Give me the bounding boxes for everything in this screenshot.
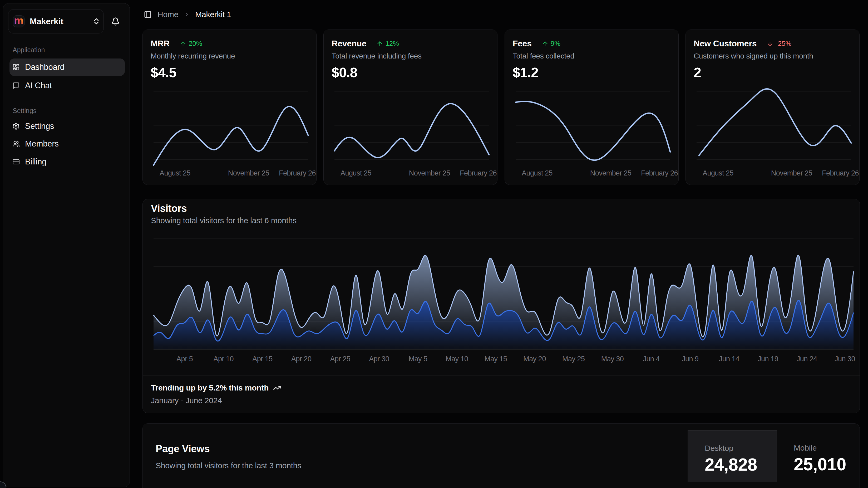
svg-text:August 25: August 25 [522, 169, 553, 177]
stat-card-mrr: MRR20%Monthly recurring revenue$4.5Augus… [143, 30, 316, 185]
svg-text:Jun 19: Jun 19 [758, 355, 778, 363]
stat-subtitle: Total revenue including fees [332, 52, 422, 60]
svg-text:Apr 10: Apr 10 [214, 355, 234, 363]
team-name: Makerkit [30, 17, 93, 26]
sidebar-item-billing[interactable]: Billing [9, 153, 125, 171]
svg-text:May 15: May 15 [485, 355, 507, 363]
sidebar-item-dashboard[interactable]: Dashboard [9, 58, 125, 76]
nav-section-label: Application [9, 46, 45, 54]
team-selector[interactable]: m Makerkit [8, 9, 104, 33]
credit-card-icon [12, 158, 20, 166]
svg-text:November 25: November 25 [409, 169, 450, 177]
page-views-stat-value: 24,828 [705, 455, 777, 475]
stat-trend-badge: -25% [767, 39, 792, 48]
svg-text:February 26: February 26 [641, 169, 678, 177]
stat-title: Fees [513, 39, 532, 49]
page-views-subtitle: Showing total visitors for the last 3 mo… [156, 461, 301, 470]
message-square-icon [12, 82, 20, 89]
svg-text:Jun 9: Jun 9 [682, 355, 699, 363]
stat-sparkline-chart: August 25November 25February 26 [330, 90, 491, 182]
page-views-stat-value: 25,010 [794, 454, 860, 474]
stat-trend-value: 9% [551, 39, 560, 48]
svg-text:Apr 25: Apr 25 [330, 355, 350, 363]
arrow-up-icon [180, 40, 186, 47]
nav-section-label: Settings [9, 107, 36, 115]
chevron-right-icon [184, 11, 190, 18]
trending-up-icon [273, 384, 281, 392]
breadcrumb-current: Makerkit 1 [195, 10, 231, 19]
svg-text:November 25: November 25 [590, 169, 631, 177]
stat-trend-value: 20% [189, 39, 202, 48]
stat-title: New Customers [694, 39, 756, 49]
stat-trend-value: -25% [776, 39, 792, 48]
stat-value: $1.2 [513, 64, 538, 80]
breadcrumb-home[interactable]: Home [157, 10, 178, 19]
chevrons-up-down-icon [93, 18, 100, 25]
stat-value: 2 [694, 64, 701, 80]
stat-trend-badge: 9% [542, 39, 560, 48]
stat-trend-value: 12% [385, 39, 399, 48]
page-views-stat-mobile[interactable]: Mobile25,010 [777, 430, 860, 482]
svg-text:Apr 15: Apr 15 [252, 355, 273, 363]
stat-card-fees: Fees9%Total fees collected$1.2August 25N… [504, 30, 679, 185]
svg-text:February 26: February 26 [279, 169, 316, 177]
stat-subtitle: Monthly recurring revenue [151, 52, 235, 60]
visitors-footer: Trending up by 5.2% this month January -… [143, 375, 860, 413]
breadcrumb: Home Makerkit 1 [143, 8, 231, 21]
sidebar: m Makerkit ApplicationDashboardAI ChatSe… [3, 3, 130, 487]
sidebar-item-ai-chat[interactable]: AI Chat [9, 77, 125, 94]
stat-trend-badge: 20% [180, 39, 202, 48]
visitors-subtitle: Showing total visitors for the last 6 mo… [151, 216, 297, 225]
sidebar-item-label: AI Chat [25, 81, 52, 90]
arrow-up-icon [376, 40, 383, 47]
layout-dashboard-icon [12, 63, 20, 71]
arrow-up-icon [542, 40, 549, 47]
svg-text:Apr 30: Apr 30 [369, 355, 389, 363]
page-views-title: Page Views [156, 443, 210, 455]
svg-text:Apr 20: Apr 20 [291, 355, 312, 363]
sidebar-item-members[interactable]: Members [9, 135, 125, 152]
svg-text:August 25: August 25 [703, 169, 734, 177]
sidebar-item-settings[interactable]: Settings [9, 117, 125, 135]
settings-icon [12, 122, 20, 130]
svg-text:Jun 14: Jun 14 [719, 355, 740, 363]
sidebar-item-label: Settings [25, 121, 54, 131]
stat-subtitle: Total fees collected [513, 52, 575, 60]
svg-text:May 30: May 30 [601, 355, 624, 363]
svg-text:Jun 30: Jun 30 [835, 355, 855, 363]
svg-text:February 26: February 26 [460, 169, 497, 177]
svg-text:Apr 5: Apr 5 [177, 355, 193, 363]
stat-trend-badge: 12% [376, 39, 399, 48]
arrow-down-icon [767, 40, 773, 47]
sidebar-item-label: Billing [25, 157, 46, 167]
visitors-footer-title: Trending up by 5.2% this month [151, 383, 269, 392]
stat-subtitle: Customers who signed up this month [694, 52, 813, 60]
page-views-card: Page Views Showing total visitors for th… [143, 424, 860, 488]
visitors-title: Visitors [151, 203, 187, 214]
stat-sparkline-chart: August 25November 25February 26 [149, 90, 310, 182]
visitors-footer-subtitle: January - June 2024 [151, 396, 222, 405]
page-views-stat-label: Mobile [794, 443, 860, 453]
users-icon [12, 140, 20, 148]
svg-text:August 25: August 25 [160, 169, 190, 177]
stat-sparkline-chart: August 25November 25February 26 [511, 90, 673, 182]
sidebar-item-label: Members [25, 139, 59, 149]
svg-text:m: m [14, 15, 24, 27]
visitors-area-chart[interactable]: Apr 5Apr 10Apr 15Apr 20Apr 25Apr 30May 5… [149, 232, 854, 369]
svg-text:May 5: May 5 [409, 355, 427, 363]
svg-text:November 25: November 25 [228, 169, 270, 177]
svg-text:May 20: May 20 [523, 355, 546, 363]
stat-title: Revenue [332, 39, 366, 49]
svg-text:February 26: February 26 [822, 169, 859, 177]
stat-card-new-customers: New Customers-25%Customers who signed up… [685, 30, 860, 185]
svg-text:November 25: November 25 [771, 169, 812, 177]
notifications-button[interactable] [104, 17, 127, 26]
stat-value: $4.5 [151, 64, 176, 80]
visitors-card: Visitors Showing total visitors for the … [143, 199, 860, 413]
page-views-stat-desktop[interactable]: Desktop24,828 [688, 430, 777, 482]
page-views-stat-label: Desktop [705, 444, 777, 453]
svg-text:Jun 4: Jun 4 [643, 355, 660, 363]
sidebar-toggle-icon[interactable] [144, 10, 152, 19]
stat-title: MRR [151, 39, 169, 49]
svg-text:May 10: May 10 [445, 355, 468, 363]
